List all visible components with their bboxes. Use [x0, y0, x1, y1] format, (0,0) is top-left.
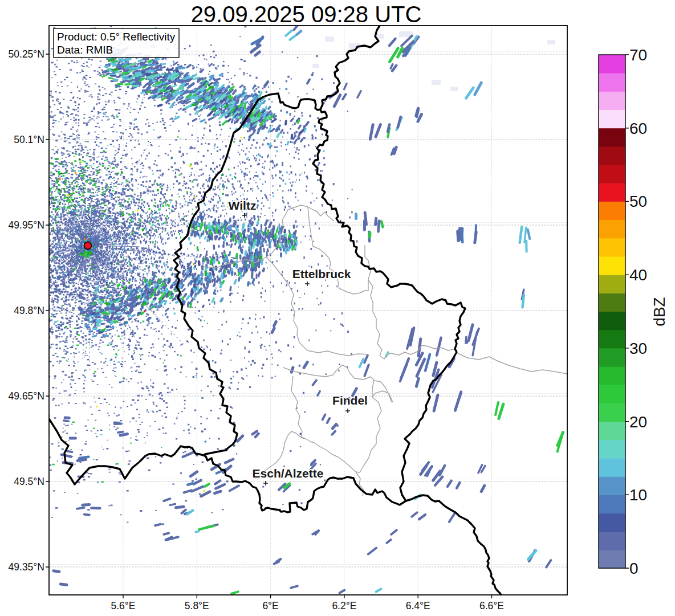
svg-text:Findel: Findel: [332, 394, 368, 407]
svg-text:Ettelbruck: Ettelbruck: [292, 267, 351, 280]
svg-text:70: 70: [629, 46, 647, 64]
svg-text:5.8°E: 5.8°E: [185, 600, 209, 611]
svg-text:29.09.2025 09:28 UTC: 29.09.2025 09:28 UTC: [191, 2, 422, 27]
svg-text:30: 30: [629, 340, 647, 357]
svg-text:10: 10: [629, 486, 647, 504]
svg-text:60: 60: [629, 120, 647, 137]
svg-text:Wiltz: Wiltz: [229, 199, 257, 212]
svg-text:dBZ: dBZ: [650, 297, 668, 326]
svg-text:Product: 0.5° Reflectivity: Product: 0.5° Reflectivity: [57, 31, 176, 43]
svg-text:50.1°N: 50.1°N: [14, 134, 44, 145]
svg-text:50: 50: [629, 193, 647, 210]
svg-text:6.6°E: 6.6°E: [479, 600, 504, 611]
svg-text:6°E: 6°E: [262, 600, 278, 611]
svg-text:0: 0: [629, 560, 639, 577]
svg-text:5.6°E: 5.6°E: [111, 600, 136, 611]
svg-text:40: 40: [629, 266, 647, 284]
svg-text:49.5°N: 49.5°N: [14, 476, 44, 487]
svg-text:49.95°N: 49.95°N: [9, 219, 44, 231]
svg-text:49.65°N: 49.65°N: [9, 390, 44, 402]
svg-text:6.2°E: 6.2°E: [332, 600, 356, 611]
svg-text:49.8°N: 49.8°N: [14, 305, 44, 316]
svg-text:50.25°N: 50.25°N: [9, 48, 44, 60]
svg-text:6.4°E: 6.4°E: [406, 600, 430, 611]
svg-text:Data: RMIB: Data: RMIB: [57, 44, 113, 56]
svg-text:Esch/Alzette: Esch/Alzette: [253, 467, 324, 480]
svg-text:49.35°N: 49.35°N: [9, 561, 44, 573]
svg-text:20: 20: [629, 413, 647, 431]
